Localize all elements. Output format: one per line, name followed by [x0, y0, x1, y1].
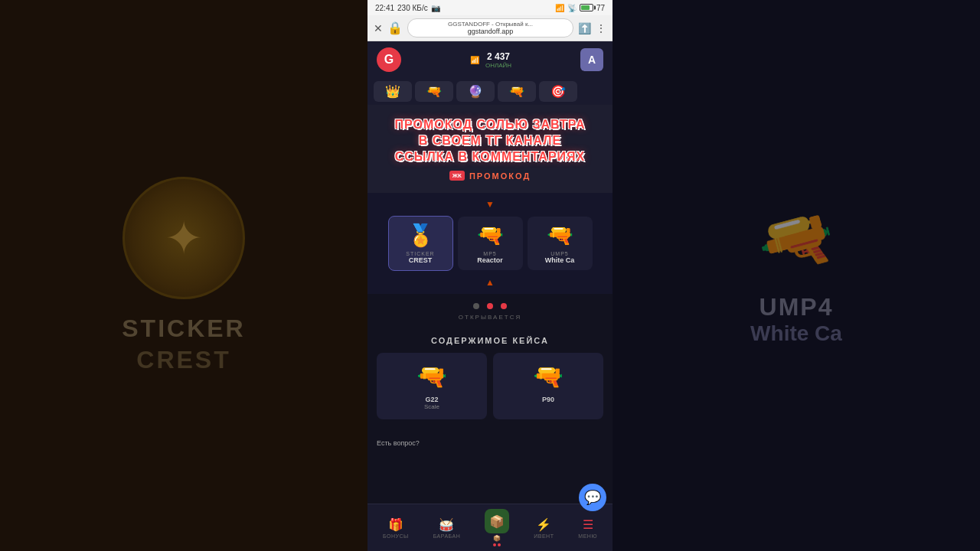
browser-close-button[interactable]: ✕ [374, 22, 383, 34]
item-card-0[interactable]: 🔫 G22 Scale [377, 353, 487, 419]
nav-bonuses[interactable]: 🎁 БОНУСЫ [383, 517, 409, 539]
promo-text: ПРОМОКОД СОЛЬЮ ЗАВТРА В СВОЕМ ТГ КАНАЛЕ … [377, 117, 603, 165]
item-card-0-skin: Scale [383, 403, 481, 410]
status-bar: 22:41 230 КБ/с 📷 📶 📡 77 [368, 0, 612, 15]
tab-crown[interactable]: 👑 [374, 81, 412, 102]
tabs-row: 👑 🔫 🔮 🔫 🎯 [368, 78, 612, 105]
nav-menu-label: МЕНЮ [578, 533, 597, 539]
nav-open[interactable]: 📦 📦 [485, 509, 509, 546]
status-right: 📶 📡 77 [555, 4, 605, 12]
promo-section: ПРОМОКОД СОЛЬЮ ЗАВТРА В СВОЕМ ТГ КАНАЛЕ … [368, 105, 612, 193]
browser-url[interactable]: GGSTANDOFF - Открывай к... ggstandoff.ap… [407, 18, 573, 37]
online-number: 2 437 [485, 51, 511, 62]
nav-menu[interactable]: ☰ МЕНЮ [578, 517, 597, 539]
nav-bonuses-label: БОНУСЫ [383, 533, 409, 539]
wifi-icon: 📡 [567, 4, 577, 12]
slot-item-0-name: CREST [392, 256, 449, 264]
chat-bubble[interactable]: 💬 [579, 484, 606, 511]
nav-drum-label: БАРАБАН [433, 533, 461, 539]
nav-event-label: ИВЕНТ [534, 533, 554, 539]
app-content: G 📶 2 437 ОНЛАЙН A 👑 🔫 🔮 🔫 [368, 41, 612, 504]
bg-left-sublabel: CREST [122, 346, 245, 374]
status-time: 22:41 [375, 4, 394, 12]
nav-active-dots [493, 543, 501, 546]
browser-domain: ggstandoff.app [414, 28, 567, 35]
promo-badge: ЖК [449, 171, 465, 181]
item-card-1-name: P90 [499, 396, 597, 403]
slot-item-2-type: UMP5 [531, 251, 590, 256]
slot-section: ▼ 🏅 STICKER CREST 🔫 MP5 Reactor 🔫 UMP5 W… [368, 193, 612, 294]
bg-crest: ✦ STICKER CREST [122, 177, 245, 374]
bottom-nav: 🎁 БОНУСЫ 🥁 БАРАБАН 📦 📦 ⚡ ИВЕНТ ☰ МЕНЮ [368, 504, 612, 551]
share-icon[interactable]: ⬆️ [578, 22, 591, 34]
battery-fill [581, 5, 590, 10]
nav-event[interactable]: ⚡ ИВЕНТ [534, 517, 554, 539]
promo-code-row: ЖК ПРОМОКОД [377, 171, 603, 181]
slot-item-2-icon: 🔫 [531, 223, 590, 248]
browser-title: GGSTANDOFF - Открывай к... [414, 21, 567, 28]
item-card-1-icon: 🔫 [499, 362, 597, 391]
purple-icon: 🔮 [468, 84, 483, 99]
dot-2 [501, 303, 507, 309]
bg-right-label: UMP4 [750, 293, 842, 321]
battery-icon [580, 4, 593, 11]
browser-menu-icon[interactable]: ⋮ [596, 22, 606, 34]
tab-gun2[interactable]: 🔫 [498, 81, 536, 102]
gift-icon: 🎁 [388, 517, 403, 532]
case-contents-title: СОДЕРЖИМОЕ КЕЙСА [377, 336, 603, 345]
slot-item-0-icon: 🏅 [392, 223, 449, 248]
promo-line3: ССЫЛКА В КОММЕНТАРИЯХ [395, 150, 586, 163]
tab-rifle[interactable]: 🎯 [539, 81, 577, 102]
menu-icon: ☰ [583, 517, 593, 532]
browser-bar: ✕ 🔒 GGSTANDOFF - Открывай к... ggstandof… [368, 15, 612, 41]
online-count: 2 437 ОНЛАЙН [485, 51, 511, 69]
event-icon: ⚡ [536, 517, 551, 532]
nav-open-price: 📦 [493, 535, 501, 542]
rifle-icon: 🎯 [550, 84, 566, 99]
battery-percent: 77 [596, 4, 605, 12]
item-card-1[interactable]: 🔫 P90 [493, 353, 603, 419]
lock-icon: 🔒 [387, 21, 403, 35]
camera-icon: 📷 [431, 4, 440, 12]
item-card-0-name: G22 [383, 396, 481, 403]
slot-arrow-up-icon: ▲ [368, 277, 612, 288]
dots-row [368, 294, 612, 314]
background-left: ✦ STICKER CREST [0, 0, 368, 551]
bg-right-content: 🔫 UMP4 White Ca [750, 206, 842, 346]
active-dot-2 [498, 543, 501, 546]
opens-label: ОТКРЫВАЕТСЯ [368, 314, 612, 327]
phone-frame: 22:41 230 КБ/с 📷 📶 📡 77 ✕ 🔒 GGSTANDOFF -… [368, 0, 612, 551]
gun-tab-icon: 🔫 [426, 84, 442, 99]
user-avatar[interactable]: A [580, 48, 603, 71]
crown-icon: 👑 [385, 84, 400, 99]
slot-arrow-down-icon: ▼ [368, 199, 612, 210]
open-box-icon: 📦 [485, 509, 509, 533]
slot-item-0-type: STICKER [392, 251, 449, 256]
question-area: Есть вопрос? [368, 429, 612, 455]
dot-0 [473, 303, 479, 309]
tab-gun[interactable]: 🔫 [415, 81, 453, 102]
status-speed: 230 КБ/с [397, 4, 428, 12]
tab-purple[interactable]: 🔮 [456, 81, 495, 102]
promo-code-label: ПРОМОКОД [469, 171, 531, 181]
drum-icon: 🥁 [439, 517, 454, 532]
promo-line1: ПРОМОКОД СОЛЬЮ ЗАВТРА [394, 118, 585, 131]
wifi-status-icon: 📶 [470, 56, 479, 64]
slot-items: 🏅 STICKER CREST 🔫 MP5 Reactor 🔫 UMP5 Whi… [368, 213, 612, 274]
promo-line2: В СВОЕМ ТГ КАНАЛЕ [419, 134, 561, 147]
items-grid: 🔫 G22 Scale 🔫 P90 [377, 353, 603, 419]
slot-item-1: 🔫 MP5 Reactor [458, 217, 523, 270]
slot-item-2-name: White Ca [531, 256, 590, 264]
bg-right-sublabel: White Ca [750, 321, 842, 346]
signal-icon: 📶 [555, 4, 564, 12]
gun2-tab-icon: 🔫 [509, 84, 524, 99]
background-right: 🔫 UMP4 White Ca [612, 0, 980, 551]
dot-1 [487, 303, 493, 309]
slot-item-1-name: Reactor [461, 256, 520, 264]
nav-drum[interactable]: 🥁 БАРАБАН [433, 517, 461, 539]
item-card-0-icon: 🔫 [383, 362, 481, 391]
case-contents: СОДЕРЖИМОЕ КЕЙСА 🔫 G22 Scale 🔫 P90 [368, 327, 612, 429]
status-left: 22:41 230 КБ/с 📷 [375, 4, 440, 12]
app-header: G 📶 2 437 ОНЛАЙН A [368, 41, 612, 78]
bg-right-gun-icon: 🔫 [743, 195, 850, 289]
